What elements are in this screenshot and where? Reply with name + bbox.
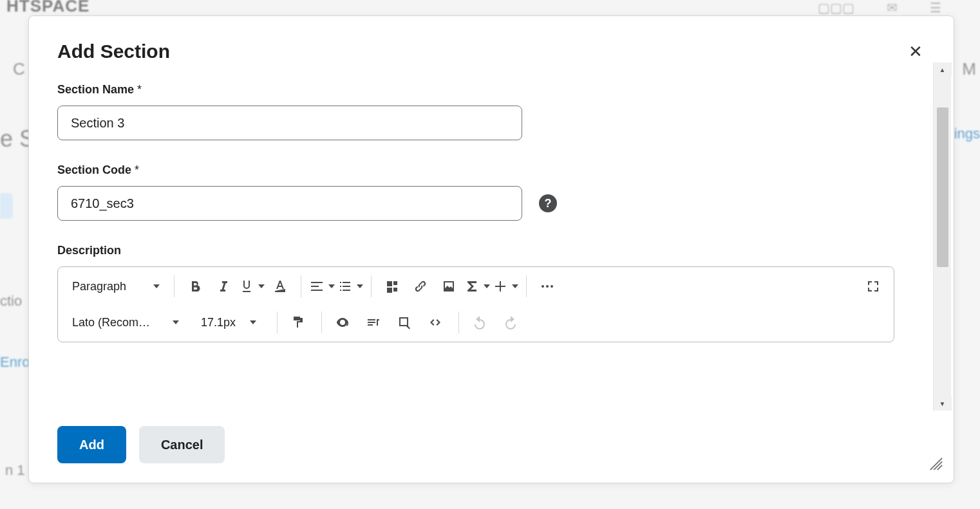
- accessibility-check-button[interactable]: [328, 308, 357, 337]
- cancel-button[interactable]: Cancel: [139, 426, 225, 463]
- text-color-button[interactable]: [266, 272, 294, 301]
- align-button[interactable]: [308, 272, 336, 301]
- source-code-button[interactable]: [421, 308, 449, 337]
- font-size-dropdown[interactable]: 17.1px: [187, 310, 270, 335]
- align-icon: [309, 279, 325, 294]
- add-section-dialog: Add Section ✕ Section Name * Section Cod…: [28, 15, 954, 483]
- section-name-group: Section Name *: [57, 83, 900, 140]
- italic-icon: [216, 279, 231, 294]
- bold-icon: [187, 279, 203, 294]
- format-painter-button[interactable]: [284, 308, 312, 337]
- sigma-icon: [464, 279, 480, 294]
- toolbar-divider: [458, 311, 459, 333]
- bg-text-ctio: ctio: [0, 293, 22, 310]
- close-icon: ✕: [909, 42, 923, 61]
- insert-link-button[interactable]: [406, 272, 435, 301]
- image-icon: [441, 279, 457, 294]
- scroll-thumb[interactable]: [937, 107, 948, 267]
- rich-text-editor: Paragraph: [57, 266, 894, 342]
- undo-button[interactable]: [466, 308, 494, 337]
- section-name-label-text: Section Name: [57, 83, 134, 96]
- chevron-down-icon: [258, 284, 265, 288]
- fullscreen-icon: [865, 279, 881, 294]
- dialog-footer: Add Cancel: [29, 411, 954, 483]
- svg-point-1: [546, 285, 549, 288]
- font-family-value: Lato (Recomm…: [72, 316, 155, 329]
- dialog-header: Add Section ✕: [29, 16, 954, 62]
- code-icon: [428, 315, 443, 330]
- resize-icon: [929, 457, 943, 471]
- description-group: Description Paragraph: [57, 244, 900, 342]
- toolbar-divider: [321, 311, 322, 333]
- italic-button[interactable]: [209, 272, 238, 301]
- chevron-down-icon: [357, 284, 363, 288]
- section-name-input[interactable]: [57, 106, 522, 140]
- add-button[interactable]: Add: [57, 426, 126, 463]
- equation-button[interactable]: [463, 272, 491, 301]
- bg-text-ings: ings: [954, 125, 980, 142]
- word-count-button[interactable]: [359, 308, 388, 337]
- section-code-group: Section Code * ?: [57, 163, 900, 221]
- chevron-down-icon: [328, 284, 335, 288]
- help-icon[interactable]: ?: [539, 194, 557, 212]
- preview-icon: [397, 315, 412, 330]
- redo-button[interactable]: [496, 308, 525, 337]
- toolbar-divider: [174, 275, 174, 297]
- more-actions-button[interactable]: [533, 272, 561, 301]
- scroll-track[interactable]: [934, 77, 951, 396]
- close-button[interactable]: ✕: [906, 41, 925, 62]
- eye-check-icon: [335, 315, 350, 330]
- section-code-label: Section Code *: [57, 163, 900, 177]
- dialog-body: Section Name * Section Code * ? Descript…: [29, 62, 954, 411]
- section-code-input[interactable]: [57, 186, 522, 221]
- toolbar-divider: [371, 275, 372, 297]
- toolbar-divider: [301, 275, 301, 297]
- bg-text-n1: n 1: [5, 462, 25, 479]
- text-color-icon: [272, 279, 288, 294]
- header-icons-fragment: ▢▢▢✉☰: [818, 0, 941, 15]
- chevron-down-icon: [173, 320, 179, 324]
- font-family-dropdown[interactable]: Lato (Recomm…: [64, 310, 187, 335]
- preview-button[interactable]: [390, 308, 419, 337]
- ellipsis-icon: [540, 279, 555, 294]
- dialog-title: Add Section: [57, 41, 170, 62]
- bg-pill: [0, 193, 13, 219]
- list-icon: [337, 279, 353, 294]
- fullscreen-button[interactable]: [859, 272, 887, 301]
- plus-icon: [493, 279, 508, 294]
- underline-icon: [239, 279, 254, 294]
- rte-toolbar: Paragraph: [58, 267, 894, 342]
- bg-text-m: M: [962, 59, 976, 79]
- bold-button[interactable]: [181, 272, 209, 301]
- block-format-dropdown[interactable]: Paragraph: [64, 273, 167, 299]
- bg-text-enro: Enro: [0, 354, 30, 371]
- description-label: Description: [57, 244, 900, 257]
- required-marker: *: [137, 83, 142, 96]
- insert-image-button[interactable]: [435, 272, 463, 301]
- chevron-down-icon: [250, 320, 256, 324]
- toolbar-divider: [526, 275, 527, 297]
- format-painter-icon: [290, 315, 306, 330]
- svg-point-0: [542, 285, 544, 288]
- chevron-down-icon: [512, 284, 518, 288]
- list-button[interactable]: [336, 272, 364, 301]
- insert-stuff-button[interactable]: [378, 272, 406, 301]
- resize-handle[interactable]: [929, 457, 943, 474]
- chevron-down-icon: [153, 284, 160, 288]
- section-name-label: Section Name *: [57, 83, 900, 97]
- word-count-icon: [366, 315, 381, 330]
- link-icon: [413, 279, 428, 294]
- svg-point-2: [551, 285, 553, 288]
- bg-text-c: C: [13, 59, 25, 79]
- underline-button[interactable]: [238, 272, 266, 301]
- redo-icon: [503, 315, 518, 330]
- form-content: Section Name * Section Code * ? Descript…: [57, 83, 900, 342]
- toolbar-divider: [277, 311, 278, 333]
- insert-more-button[interactable]: [491, 272, 520, 301]
- undo-icon: [472, 315, 487, 330]
- section-code-label-text: Section Code: [57, 163, 131, 176]
- chevron-down-icon: [484, 284, 490, 288]
- scroll-down-arrow[interactable]: ▼: [934, 396, 952, 411]
- scroll-up-arrow[interactable]: ▲: [934, 62, 952, 77]
- scrollbar[interactable]: ▲ ▼: [933, 62, 951, 411]
